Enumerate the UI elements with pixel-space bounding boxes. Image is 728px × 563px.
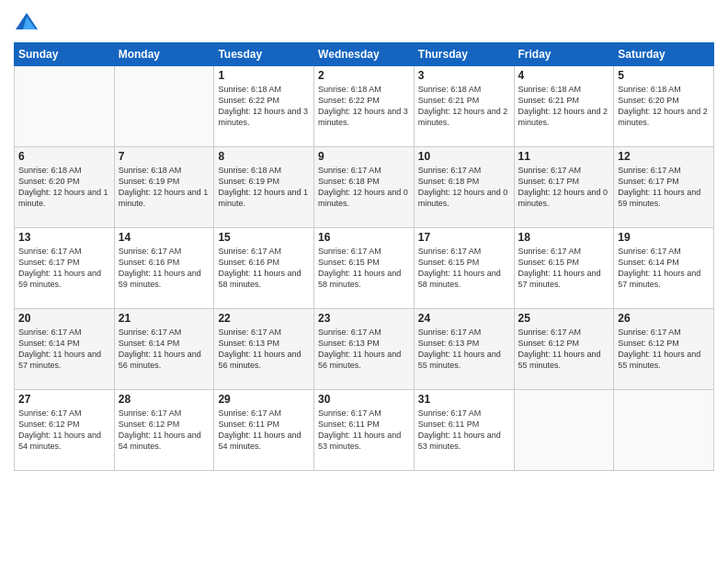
day-cell: 26Sunrise: 6:17 AM Sunset: 6:12 PM Dayli… [614, 309, 714, 390]
day-info: Sunrise: 6:17 AM Sunset: 6:11 PM Dayligh… [318, 408, 410, 453]
day-info: Sunrise: 6:17 AM Sunset: 6:15 PM Dayligh… [318, 246, 410, 291]
day-cell: 19Sunrise: 6:17 AM Sunset: 6:14 PM Dayli… [614, 228, 714, 309]
calendar-header-row: SundayMondayTuesdayWednesdayThursdayFrid… [15, 43, 714, 66]
day-cell: 1Sunrise: 6:18 AM Sunset: 6:22 PM Daylig… [214, 66, 314, 147]
day-info: Sunrise: 6:17 AM Sunset: 6:16 PM Dayligh… [119, 246, 210, 291]
day-number: 18 [518, 231, 610, 244]
day-info: Sunrise: 6:17 AM Sunset: 6:17 PM Dayligh… [518, 165, 610, 210]
day-info: Sunrise: 6:18 AM Sunset: 6:19 PM Dayligh… [218, 165, 310, 210]
page: SundayMondayTuesdayWednesdayThursdayFrid… [0, 0, 728, 563]
day-info: Sunrise: 6:17 AM Sunset: 6:17 PM Dayligh… [18, 246, 110, 291]
col-header-thursday: Thursday [414, 43, 514, 66]
day-cell: 31Sunrise: 6:17 AM Sunset: 6:11 PM Dayli… [414, 390, 514, 471]
day-info: Sunrise: 6:18 AM Sunset: 6:22 PM Dayligh… [218, 84, 310, 129]
day-info: Sunrise: 6:18 AM Sunset: 6:21 PM Dayligh… [418, 84, 510, 129]
day-cell: 21Sunrise: 6:17 AM Sunset: 6:14 PM Dayli… [114, 309, 214, 390]
day-cell: 11Sunrise: 6:17 AM Sunset: 6:17 PM Dayli… [514, 147, 614, 228]
day-info: Sunrise: 6:17 AM Sunset: 6:12 PM Dayligh… [618, 327, 710, 372]
day-number: 16 [318, 231, 410, 244]
day-cell: 27Sunrise: 6:17 AM Sunset: 6:12 PM Dayli… [15, 390, 115, 471]
day-cell: 30Sunrise: 6:17 AM Sunset: 6:11 PM Dayli… [314, 390, 415, 471]
day-number: 21 [119, 312, 210, 325]
day-info: Sunrise: 6:17 AM Sunset: 6:17 PM Dayligh… [618, 165, 710, 210]
day-info: Sunrise: 6:17 AM Sunset: 6:16 PM Dayligh… [218, 246, 310, 291]
day-info: Sunrise: 6:17 AM Sunset: 6:14 PM Dayligh… [119, 327, 210, 372]
day-cell: 4Sunrise: 6:18 AM Sunset: 6:21 PM Daylig… [514, 66, 614, 147]
day-cell: 6Sunrise: 6:18 AM Sunset: 6:20 PM Daylig… [15, 147, 115, 228]
day-number: 2 [318, 69, 410, 82]
col-header-tuesday: Tuesday [214, 43, 314, 66]
day-cell: 7Sunrise: 6:18 AM Sunset: 6:19 PM Daylig… [114, 147, 214, 228]
day-cell [614, 390, 714, 471]
day-info: Sunrise: 6:17 AM Sunset: 6:11 PM Dayligh… [418, 408, 510, 453]
week-row-3: 13Sunrise: 6:17 AM Sunset: 6:17 PM Dayli… [15, 228, 714, 309]
day-number: 12 [618, 150, 710, 163]
day-info: Sunrise: 6:17 AM Sunset: 6:12 PM Dayligh… [518, 327, 610, 372]
day-cell: 2Sunrise: 6:18 AM Sunset: 6:22 PM Daylig… [314, 66, 415, 147]
day-cell [514, 390, 614, 471]
day-number: 17 [418, 231, 510, 244]
day-cell: 17Sunrise: 6:17 AM Sunset: 6:15 PM Dayli… [414, 228, 514, 309]
day-info: Sunrise: 6:17 AM Sunset: 6:15 PM Dayligh… [418, 246, 510, 291]
col-header-monday: Monday [114, 43, 214, 66]
day-info: Sunrise: 6:17 AM Sunset: 6:11 PM Dayligh… [218, 408, 310, 453]
day-info: Sunrise: 6:18 AM Sunset: 6:21 PM Dayligh… [518, 84, 610, 129]
day-cell: 29Sunrise: 6:17 AM Sunset: 6:11 PM Dayli… [214, 390, 314, 471]
day-cell: 25Sunrise: 6:17 AM Sunset: 6:12 PM Dayli… [514, 309, 614, 390]
day-info: Sunrise: 6:18 AM Sunset: 6:20 PM Dayligh… [18, 165, 110, 210]
day-number: 26 [618, 312, 710, 325]
day-info: Sunrise: 6:17 AM Sunset: 6:12 PM Dayligh… [18, 408, 110, 453]
week-row-1: 1Sunrise: 6:18 AM Sunset: 6:22 PM Daylig… [15, 66, 714, 147]
day-info: Sunrise: 6:18 AM Sunset: 6:19 PM Dayligh… [119, 165, 210, 210]
day-info: Sunrise: 6:17 AM Sunset: 6:18 PM Dayligh… [418, 165, 510, 210]
day-number: 31 [418, 393, 510, 406]
week-row-5: 27Sunrise: 6:17 AM Sunset: 6:12 PM Dayli… [15, 390, 714, 471]
day-number: 27 [18, 393, 110, 406]
day-number: 20 [18, 312, 110, 325]
day-cell: 28Sunrise: 6:17 AM Sunset: 6:12 PM Dayli… [114, 390, 214, 471]
col-header-friday: Friday [514, 43, 614, 66]
day-info: Sunrise: 6:17 AM Sunset: 6:13 PM Dayligh… [318, 327, 410, 372]
day-number: 8 [218, 150, 310, 163]
day-number: 7 [119, 150, 210, 163]
day-number: 11 [518, 150, 610, 163]
day-number: 23 [318, 312, 410, 325]
col-header-sunday: Sunday [15, 43, 115, 66]
day-number: 3 [418, 69, 510, 82]
week-row-4: 20Sunrise: 6:17 AM Sunset: 6:14 PM Dayli… [15, 309, 714, 390]
day-number: 9 [318, 150, 410, 163]
day-cell: 22Sunrise: 6:17 AM Sunset: 6:13 PM Dayli… [214, 309, 314, 390]
day-number: 29 [218, 393, 310, 406]
day-info: Sunrise: 6:17 AM Sunset: 6:18 PM Dayligh… [318, 165, 410, 210]
day-cell: 9Sunrise: 6:17 AM Sunset: 6:18 PM Daylig… [314, 147, 415, 228]
col-header-wednesday: Wednesday [314, 43, 415, 66]
logo [14, 9, 43, 35]
day-cell: 18Sunrise: 6:17 AM Sunset: 6:15 PM Dayli… [514, 228, 614, 309]
day-cell: 15Sunrise: 6:17 AM Sunset: 6:16 PM Dayli… [214, 228, 314, 309]
day-cell: 16Sunrise: 6:17 AM Sunset: 6:15 PM Dayli… [314, 228, 415, 309]
day-cell: 24Sunrise: 6:17 AM Sunset: 6:13 PM Dayli… [414, 309, 514, 390]
day-info: Sunrise: 6:17 AM Sunset: 6:12 PM Dayligh… [119, 408, 210, 453]
calendar: SundayMondayTuesdayWednesdayThursdayFrid… [14, 42, 714, 471]
day-number: 30 [318, 393, 410, 406]
day-cell: 3Sunrise: 6:18 AM Sunset: 6:21 PM Daylig… [414, 66, 514, 147]
day-info: Sunrise: 6:18 AM Sunset: 6:22 PM Dayligh… [318, 84, 410, 129]
day-number: 4 [518, 69, 610, 82]
day-info: Sunrise: 6:18 AM Sunset: 6:20 PM Dayligh… [618, 84, 710, 129]
day-info: Sunrise: 6:17 AM Sunset: 6:13 PM Dayligh… [218, 327, 310, 372]
header [14, 9, 714, 35]
logo-icon [14, 9, 40, 35]
day-info: Sunrise: 6:17 AM Sunset: 6:14 PM Dayligh… [618, 246, 710, 291]
day-number: 6 [18, 150, 110, 163]
day-cell: 23Sunrise: 6:17 AM Sunset: 6:13 PM Dayli… [314, 309, 415, 390]
day-cell: 14Sunrise: 6:17 AM Sunset: 6:16 PM Dayli… [114, 228, 214, 309]
day-number: 13 [18, 231, 110, 244]
day-cell: 5Sunrise: 6:18 AM Sunset: 6:20 PM Daylig… [614, 66, 714, 147]
day-number: 19 [618, 231, 710, 244]
day-cell: 8Sunrise: 6:18 AM Sunset: 6:19 PM Daylig… [214, 147, 314, 228]
day-cell [114, 66, 214, 147]
day-cell [15, 66, 115, 147]
day-number: 15 [218, 231, 310, 244]
day-number: 1 [218, 69, 310, 82]
day-number: 28 [119, 393, 210, 406]
